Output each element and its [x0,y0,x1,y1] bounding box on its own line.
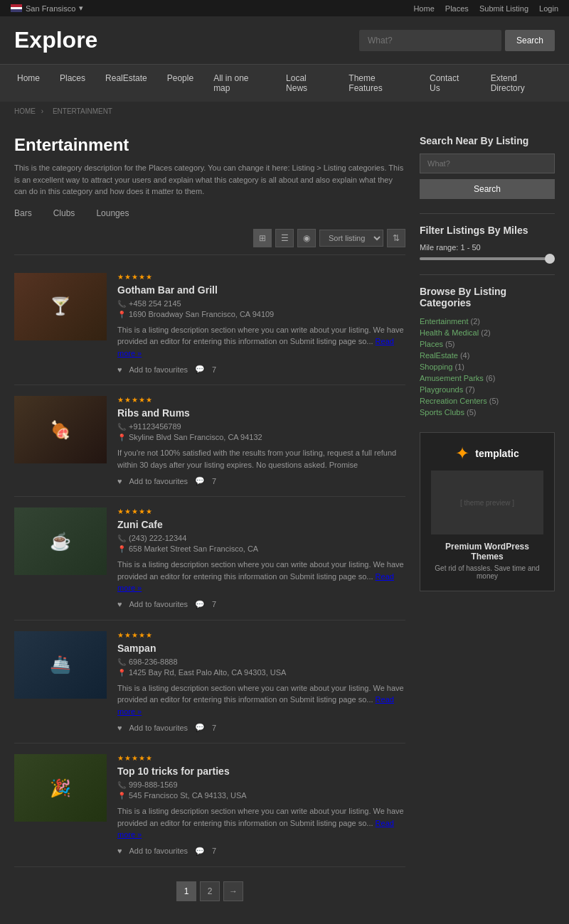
listing-title[interactable]: Gotham Bar and Grill [117,284,405,296]
phone-icon [117,422,126,431]
range-thumb[interactable] [545,254,555,264]
topnav-login[interactable]: Login [539,4,558,13]
star-2: ★ [124,631,131,639]
sort-order-button[interactable]: ⇅ [387,229,405,247]
listing-description: If you're not 100% satisfied with the re… [117,447,405,471]
search-near-section: Search Near By Listing Search [420,135,555,199]
templatic-star-icon: ✦ [455,444,469,463]
star-4: ★ [139,507,145,515]
nav-themefeatures[interactable]: Theme Features [339,65,420,102]
flag-icon [11,4,22,12]
star-2: ★ [124,754,131,762]
heart-icon [117,600,122,608]
listing-info: ★ ★ ★ ★ ★ Gotham Bar and Grill +458 254 … [117,273,405,375]
sort-select[interactable]: Sort listing Name A-Z Name Z-A Newest Ol… [319,230,383,247]
subcat-lounges[interactable]: Lounges [96,208,129,218]
topnav-places[interactable]: Places [445,4,469,13]
breadcrumb-current: ENTERTAINMENT [53,107,112,115]
listing-image: ☕ [14,507,107,575]
listing-description: This is a listing description section wh… [117,682,405,718]
listing-description: This is a listing description section wh… [117,805,405,841]
category-link-amusement[interactable]: Amusement Parks (6) [420,372,555,384]
mile-range-label: Mile range: 1 - 50 [420,243,555,252]
location-icon [117,433,126,441]
browse-categories-list: Entertainment (2) Health & Medical (2) P… [420,316,555,418]
add-favourites-link[interactable]: Add to favourites [129,600,188,608]
category-link-shopping[interactable]: Shopping (1) [420,361,555,372]
add-favourites-link[interactable]: Add to favourites [129,724,188,732]
ad-banner[interactable]: ✦ templatic [ theme preview ] Premium Wo… [420,432,555,591]
listing-title[interactable]: Zuni Cafe [117,519,405,530]
category-link-health[interactable]: Health & Medical (2) [420,327,555,338]
listing-phone: 999-888-1569 [117,780,405,789]
grid-view-button[interactable] [253,229,272,247]
add-favourites-link[interactable]: Add to favourites [129,365,188,374]
page-1-button[interactable]: 1 [176,881,196,901]
comment-count: 7 [212,847,216,855]
listing-title[interactable]: Sampan [117,643,405,654]
star-4: ★ [139,754,145,762]
category-link-places[interactable]: Places (5) [420,338,555,350]
listing-title[interactable]: Ribs and Rums [117,407,405,419]
header-search-input[interactable] [359,30,501,51]
header-search-bar: Search [359,30,555,51]
star-1: ★ [117,631,124,639]
page-2-button[interactable]: 2 [200,881,220,901]
listing-card: 🍖 ★ ★ ★ ★ ★ Ribs and Rums +91123456789 S [14,385,405,497]
comment-icon: 💬 [195,476,205,485]
topnav-submit[interactable]: Submit Listing [479,4,528,13]
nav-extend[interactable]: Extend Directory [481,65,562,102]
listing-actions: Add to favourites 💬 7 [117,847,405,856]
listing-address: Skyline Blvd San Francisco, CA 94132 [117,433,405,441]
listing-title[interactable]: Top 10 tricks for parties [117,765,405,777]
star-rating: ★ ★ ★ ★ ★ [117,754,405,762]
category-link-recreation[interactable]: Recreation Centers (5) [420,395,555,407]
star-2: ★ [124,396,131,404]
page-next-button[interactable]: → [223,881,243,901]
nav-places[interactable]: Places [50,65,95,92]
add-favourites-link[interactable]: Add to favourites [129,847,188,855]
listing-phone: (243) 222-12344 [117,534,405,542]
sidebar-search-input[interactable] [420,154,555,173]
listing-actions: Add to favourites 💬 7 [117,723,405,732]
star-4: ★ [139,273,145,281]
nav-localnews[interactable]: Local News [276,65,339,102]
sidebar-search-button[interactable]: Search [420,179,555,199]
listing-image: 🍸 [14,273,107,340]
star-4: ★ [139,631,145,639]
subcat-clubs[interactable]: Clubs [53,208,75,218]
listing-description: This is a listing description section wh… [117,559,405,594]
heart-icon [117,365,122,374]
listing-card: 🚢 ★ ★ ★ ★ ★ Sampan 698-236-8888 1425 Bay [14,621,405,744]
listing-address: 1425 Bay Rd, East Palo Alto, CA 94303, U… [117,668,405,677]
range-slider[interactable] [420,257,555,260]
header: Explore Search [0,16,569,64]
list-view-button[interactable] [275,229,294,247]
header-search-button[interactable]: Search [505,30,555,51]
category-link-sports[interactable]: Sports Clubs (5) [420,407,555,418]
main-nav: Home Places RealEstate People All in one… [0,64,569,102]
topnav-home[interactable]: Home [413,4,434,13]
listing-info: ★ ★ ★ ★ ★ Ribs and Rums +91123456789 Sky… [117,396,405,485]
nav-allinone[interactable]: All in one map [203,65,276,102]
listing-info: ★ ★ ★ ★ ★ Sampan 698-236-8888 1425 Bay R… [117,631,405,733]
nav-realestate[interactable]: RealEstate [95,65,157,92]
nav-people[interactable]: People [157,65,203,92]
breadcrumb-home[interactable]: HOME [14,107,36,115]
star-3: ★ [132,396,138,404]
comment-count: 7 [212,477,216,485]
listing-address: 545 Francisco St, CA 94133, USA [117,791,405,800]
category-link-playgrounds[interactable]: Playgrounds (7) [420,384,555,395]
add-favourites-link[interactable]: Add to favourites [129,477,188,485]
category-link-realestate[interactable]: RealEstate (4) [420,350,555,361]
category-description: This is the category description for the… [14,162,405,198]
breadcrumb: HOME › ENTERTAINMENT [0,102,569,121]
subcat-bars[interactable]: Bars [14,208,32,218]
category-link-entertainment[interactable]: Entertainment (2) [420,316,555,327]
nav-contact[interactable]: Contact Us [420,65,481,102]
map-view-button[interactable] [297,229,316,247]
top-bar-location[interactable]: San Fransisco ▾ [11,4,83,13]
nav-home[interactable]: Home [7,65,50,92]
sidebar-divider [420,213,555,214]
browse-categories-section: Browse By Listing Categories Entertainme… [420,286,555,418]
